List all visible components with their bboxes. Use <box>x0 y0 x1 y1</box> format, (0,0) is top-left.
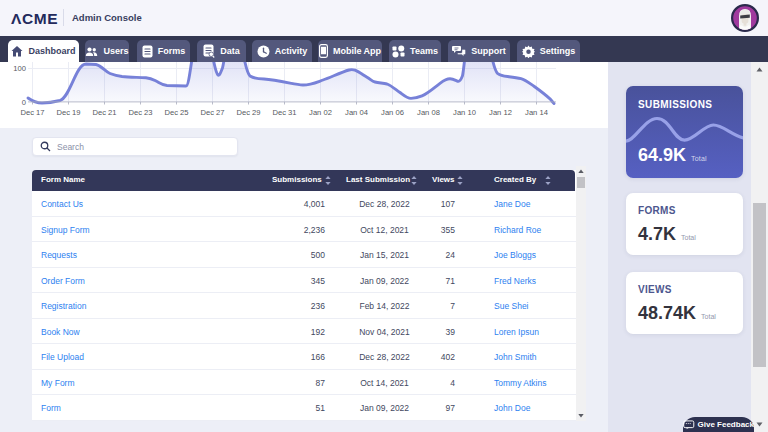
svg-text:Dec 21: Dec 21 <box>92 108 116 117</box>
svg-text:Dec 23: Dec 23 <box>128 108 152 117</box>
svg-text:0: 0 <box>22 98 26 107</box>
svg-text:Dec 31: Dec 31 <box>272 108 296 117</box>
svg-text:Jan 08: Jan 08 <box>417 108 440 117</box>
svg-text:Dec 19: Dec 19 <box>56 108 80 117</box>
svg-text:Jan 12: Jan 12 <box>489 108 512 117</box>
svg-text:100: 100 <box>13 64 26 73</box>
svg-text:Dec 25: Dec 25 <box>164 108 188 117</box>
svg-text:Jan 06: Jan 06 <box>381 108 404 117</box>
svg-text:Dec 29: Dec 29 <box>236 108 260 117</box>
svg-text:Jan 04: Jan 04 <box>345 108 368 117</box>
svg-text:Jan 10: Jan 10 <box>453 108 476 117</box>
svg-text:Dec 27: Dec 27 <box>200 108 224 117</box>
svg-text:Jan 02: Jan 02 <box>309 108 332 117</box>
svg-text:Dec 17: Dec 17 <box>20 108 44 117</box>
svg-text:Jan 14: Jan 14 <box>525 108 548 117</box>
